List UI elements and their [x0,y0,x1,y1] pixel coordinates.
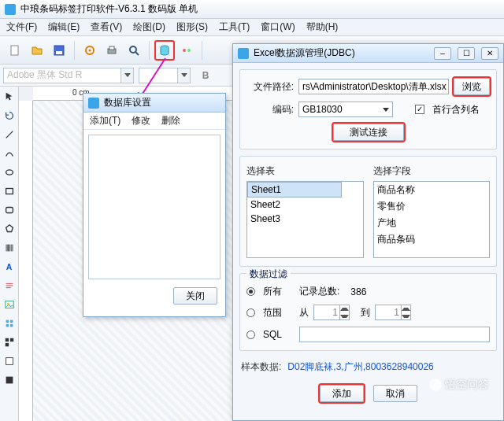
excel-titlebar[interactable]: Excel数据源管理(JDBC) – ☐ ✕ [233,44,503,63]
test-connection-button[interactable]: 测试连接 [333,124,404,141]
radio-all[interactable] [246,287,255,296]
tool-text[interactable]: A [1,258,18,275]
svg-point-7 [130,46,136,53]
toolbar-open-button[interactable] [27,40,47,61]
db-settings-dialog: 数据库设置 添加(T) 修改 删除 关闭 [83,93,226,317]
tool-richtext[interactable] [1,277,18,294]
toolbar-database-button[interactable] [154,40,175,61]
font-name-dropdown[interactable] [121,68,134,83]
tool-fill[interactable] [1,353,18,370]
svg-point-13 [6,170,13,175]
toolbar-new-button[interactable] [5,40,25,61]
tool-rect[interactable] [1,183,18,200]
list-item[interactable]: 产地 [374,215,490,231]
list-item[interactable]: Sheet1 [247,182,342,198]
tool-curve[interactable] [1,145,18,162]
svg-rect-28 [9,320,13,323]
db-settings-titlebar[interactable]: 数据库设置 [83,94,225,113]
bold-button[interactable]: B [195,65,216,86]
menu-edit[interactable]: 编辑(E) [48,20,80,34]
browse-button[interactable]: 浏览 [454,78,490,95]
tool-pointer[interactable] [1,88,18,105]
selection-group: 选择表 Sheet1 Sheet2 Sheet3 选择字段 商品名称 零售价 产… [239,156,497,267]
menu-help[interactable]: 帮助(H) [306,20,339,34]
watermark: 悟空问答 [429,378,489,392]
svg-rect-6 [109,46,114,50]
total-label: 记录总数: [299,285,339,298]
db-menu-delete[interactable]: 删除 [161,114,180,127]
menu-draw[interactable]: 绘图(D) [133,20,165,34]
tool-roundrect[interactable] [1,201,18,219]
svg-point-10 [183,49,186,52]
tool-polygon[interactable] [1,220,18,238]
toolbar-save-button[interactable] [49,40,69,61]
total-value: 386 [350,286,366,297]
tool-line[interactable] [1,126,18,143]
path-label: 文件路径: [246,80,294,94]
add-button[interactable]: 添加 [320,385,364,402]
toolbar-sep-3 [202,41,202,60]
from-value: 1 [332,307,338,318]
svg-rect-19 [10,245,11,252]
toolbar-settings-button[interactable] [80,40,100,61]
db-menu-modify[interactable]: 修改 [132,114,150,127]
db-settings-title: 数据库设置 [104,96,151,109]
list-item[interactable]: 商品名称 [374,182,490,198]
radio-range[interactable] [246,308,255,317]
encoding-select[interactable]: GB18030 [298,102,393,117]
font-size-dropdown[interactable] [178,68,191,83]
list-item[interactable]: Sheet3 [247,212,363,226]
minimize-button[interactable]: – [434,47,451,60]
toolbar-misc-button[interactable] [176,40,197,61]
svg-rect-16 [6,245,6,252]
left-toolbox: A [0,87,19,421]
tool-qr[interactable] [1,334,18,351]
list-item[interactable]: Sheet2 [247,198,363,212]
cancel-button[interactable]: 取消 [373,385,417,402]
main-titlebar: 中琅条码标签打印软件-V6.3.1 数码版 单机 [0,0,504,19]
to-value: 1 [394,307,399,318]
font-size-select[interactable] [139,68,178,83]
tool-ellipse[interactable] [1,164,18,181]
svg-rect-20 [12,245,13,252]
menu-view[interactable]: 查看(V) [91,20,122,34]
fields-listbox[interactable]: 商品名称 零售价 产地 商品条码 [373,181,491,258]
db-menu-add[interactable]: 添加(T) [90,114,120,127]
tool-rotate[interactable] [1,107,18,124]
to-label: 到 [361,306,370,319]
db-close-button[interactable]: 关闭 [173,287,217,305]
dialog-icon [238,48,249,59]
close-button[interactable]: ✕ [481,47,498,60]
tool-stroke[interactable] [1,371,18,389]
menu-file[interactable]: 文件(F) [6,20,37,34]
first-row-checkbox[interactable]: ✓ [415,105,424,114]
tool-image[interactable] [1,296,18,313]
toolbar-print-button[interactable] [102,40,122,61]
tool-barcode[interactable] [1,239,18,257]
svg-point-4 [89,49,91,51]
excel-jdbc-dialog: Excel数据源管理(JDBC) – ☐ ✕ 文件路径: rs\Administ… [232,43,504,421]
list-item[interactable]: 商品条码 [374,231,490,248]
tables-listbox[interactable]: Sheet1 Sheet2 Sheet3 [246,181,364,258]
watermark-icon [429,379,442,391]
sample-row: 样本数据: D02脚底袜,3,广州,8003628940026 [233,356,503,379]
svg-rect-34 [6,358,13,365]
list-item[interactable]: 零售价 [374,198,490,215]
toolbar-zoom-button[interactable] [124,40,144,61]
sql-input[interactable] [299,327,490,342]
db-list[interactable] [88,135,220,279]
to-spinner[interactable]: 1 [375,305,411,320]
font-name-select[interactable]: Adobe 黑体 Std R [3,68,121,83]
tool-grid[interactable] [1,315,18,332]
dialog-icon [88,98,99,109]
excel-dialog-title: Excel数据源管理(JDBC) [254,46,355,60]
svg-rect-17 [7,245,9,252]
from-spinner[interactable]: 1 [313,305,350,320]
menu-window[interactable]: 窗口(W) [261,20,295,34]
path-input[interactable]: rs\Administrator\Desktop\清单.xlsx [298,79,449,94]
maximize-button[interactable]: ☐ [458,47,475,60]
menu-shape[interactable]: 图形(S) [176,20,208,34]
radio-sql[interactable] [246,331,255,339]
watermark-text: 悟空问答 [445,378,489,392]
menu-tool[interactable]: 工具(T) [219,20,250,34]
